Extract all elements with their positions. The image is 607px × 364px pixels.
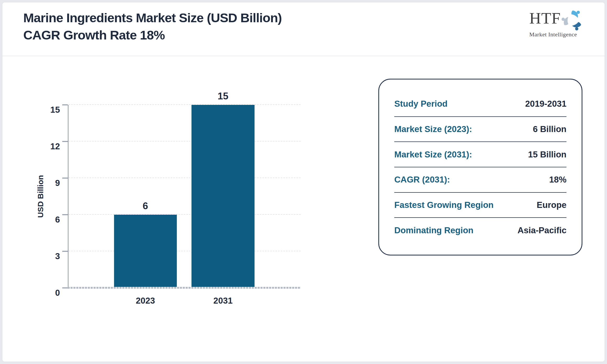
info-row-value: 2019-2031 (525, 99, 566, 109)
htf-swirl-people-icon (561, 8, 584, 33)
info-row-value: Asia-Pacific (518, 225, 566, 235)
info-row-value: Europe (537, 200, 566, 210)
info-row-1: Market Size (2023):6 Billion (394, 117, 566, 142)
bar-chart-plot: 0369121562023152031 (68, 105, 301, 288)
y-tick-mark-9 (62, 178, 68, 179)
bar-value-2023: 6 (143, 201, 148, 212)
info-row-0: Study Period2019-2031 (394, 92, 566, 117)
info-row-label: Market Size (2023): (394, 124, 472, 134)
gridline-3 (69, 251, 301, 251)
info-row-5: Dominating RegionAsia-Pacific (394, 218, 566, 243)
page-title: Marine Ingredients Market Size (USD Bill… (23, 9, 282, 44)
info-row-label: Study Period (394, 99, 448, 109)
x-axis-baseline (68, 287, 301, 289)
info-row-4: Fastest Growing RegionEurope (394, 193, 566, 218)
x-tick-label-2031: 2031 (213, 296, 233, 306)
y-axis-line (68, 105, 69, 288)
info-row-value: 6 Billion (533, 124, 566, 134)
htf-logo-tagline: Market Intelligence (529, 31, 584, 38)
gridline-12 (69, 141, 301, 141)
info-panel: Study Period2019-2031Market Size (2023):… (378, 79, 582, 255)
page-title-line-1: Marine Ingredients Market Size (USD Bill… (23, 9, 282, 26)
y-tick-mark-6 (62, 214, 68, 215)
info-row-label: Market Size (2031): (394, 150, 472, 160)
y-tick-mark-0 (62, 287, 68, 288)
bar-value-2031: 15 (218, 91, 228, 102)
bar-2031: 15 (192, 105, 254, 288)
info-row-label: CAGR (2031): (394, 175, 450, 185)
info-row-label: Dominating Region (394, 225, 473, 235)
page-title-line-2: CAGR Growth Rate 18% (23, 26, 282, 44)
info-row-label: Fastest Growing Region (394, 200, 494, 210)
info-row-value: 15 Billion (528, 150, 566, 160)
gridline-15 (69, 104, 301, 105)
htf-logo-text: HTF (529, 6, 561, 30)
info-row-value: 18% (549, 175, 566, 185)
gridline-9 (69, 178, 301, 178)
bar-2023: 6 (114, 215, 177, 288)
x-tick-label-2023: 2023 (136, 296, 155, 306)
report-header: Marine Ingredients Market Size (USD Bill… (2, 2, 605, 56)
report-card: Marine Ingredients Market Size (USD Bill… (2, 2, 605, 362)
y-tick-mark-15 (62, 104, 68, 105)
info-row-3: CAGR (2031):18% (394, 167, 566, 193)
y-axis-title: USD Billion (36, 175, 45, 218)
htf-logo: HTF Market Intelligence (529, 6, 584, 38)
y-tick-mark-3 (62, 251, 68, 252)
info-row-2: Market Size (2031):15 Billion (394, 142, 566, 167)
gridline-6 (69, 214, 301, 215)
y-tick-mark-12 (62, 141, 68, 142)
